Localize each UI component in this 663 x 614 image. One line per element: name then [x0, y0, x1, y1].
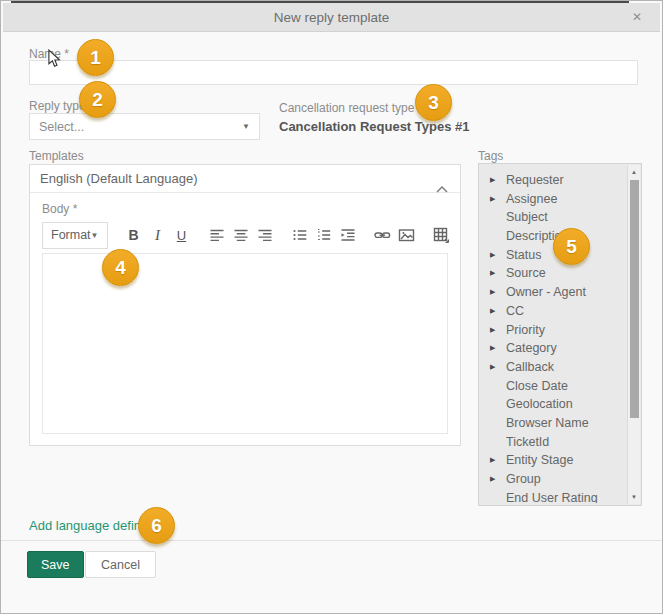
expand-arrow-icon[interactable]: ▶ — [490, 451, 495, 470]
language-section-title: English (Default Language) — [40, 171, 198, 186]
tags-list: ▶ Requester ▶ Assignee ▶ Subject ▶ Descr… — [479, 171, 626, 503]
footer-divider — [1, 540, 662, 541]
tag-list-item[interactable]: ▶ Subject — [479, 208, 626, 227]
expand-arrow-icon[interactable]: ▶ — [490, 190, 495, 209]
expand-arrow-icon[interactable]: ▶ — [490, 302, 495, 321]
mouse-cursor-icon — [47, 49, 62, 72]
tag-label: Priority — [506, 323, 545, 337]
cancellation-request-type-label: Cancellation request type — [279, 101, 414, 115]
scroll-down-icon[interactable]: ▼ — [628, 494, 640, 500]
tag-label: Browser Name — [506, 416, 589, 430]
tag-label: Close Date — [506, 379, 568, 393]
table-group — [430, 223, 454, 247]
language-section-header[interactable]: English (Default Language) — [30, 165, 460, 193]
tag-label: Source — [506, 266, 546, 280]
tag-label: Owner - Agent — [506, 285, 586, 299]
expand-arrow-icon[interactable]: ▶ — [490, 321, 495, 340]
window-top-edge — [11, 1, 629, 3]
tag-label: Status — [506, 248, 541, 262]
save-button[interactable]: Save — [27, 551, 84, 578]
tag-list-item[interactable]: ▶ Group — [479, 470, 626, 489]
tag-label: CC — [506, 304, 524, 318]
tag-label: Geolocation — [506, 397, 573, 411]
tag-list-item[interactable]: ▶ End User Rating — [479, 489, 626, 503]
dialog-titlebar: New reply template ✕ — [3, 3, 660, 32]
tags-scrollbar[interactable]: ▲ ▼ — [627, 165, 640, 504]
expand-arrow-icon[interactable]: ▶ — [490, 470, 495, 489]
reply-type-selected-value: Select... — [39, 120, 84, 134]
callout-badge-2: 2 — [79, 81, 116, 118]
tag-label: Subject — [506, 210, 548, 224]
expand-arrow-icon[interactable]: ▶ — [490, 339, 495, 358]
tag-list-item[interactable]: ▶ Source — [479, 264, 626, 283]
body-editor[interactable] — [42, 253, 448, 434]
tag-list-item[interactable]: ▶ CC — [479, 302, 626, 321]
chevron-down-icon: ▼ — [91, 231, 99, 240]
scrollbar-thumb[interactable] — [630, 180, 639, 418]
cancellation-request-type-value: Cancellation Request Types #1 — [279, 119, 470, 134]
reply-type-select[interactable]: Select... ▼ — [29, 113, 260, 140]
alignment-group — [205, 223, 277, 247]
bullet-list-icon[interactable] — [288, 223, 312, 247]
callout-badge-6: 6 — [138, 507, 175, 544]
text-style-group: B I U — [122, 223, 194, 247]
callout-badge-5: 5 — [553, 228, 590, 265]
expand-arrow-icon[interactable]: ▶ — [490, 283, 495, 302]
editor-toolbar: Format ▼ B I U — [42, 220, 448, 250]
underline-button[interactable]: U — [170, 223, 194, 247]
tag-list-item[interactable]: ▶ Browser Name — [479, 414, 626, 433]
cancel-button[interactable]: Cancel — [85, 551, 156, 578]
tag-list-item[interactable]: ▶ Owner - Agent — [479, 283, 626, 302]
callout-badge-4: 4 — [102, 249, 139, 286]
tag-list-item[interactable]: ▶ Close Date — [479, 377, 626, 396]
tag-label: Assignee — [506, 192, 557, 206]
expand-arrow-icon[interactable]: ▶ — [490, 171, 495, 190]
new-reply-template-dialog: New reply template ✕ Name * Reply type *… — [0, 0, 663, 614]
format-dropdown[interactable]: Format ▼ — [42, 222, 108, 249]
tag-list-item[interactable]: ▶ Category — [479, 339, 626, 358]
tag-label: End User Rating — [506, 491, 598, 503]
dialog-title: New reply template — [274, 10, 390, 25]
tag-label: Requester — [506, 173, 564, 187]
link-icon[interactable] — [371, 223, 395, 247]
templates-accordion: English (Default Language) Body * Format… — [29, 164, 461, 446]
callout-badge-1: 1 — [77, 39, 114, 76]
format-dropdown-value: Format — [51, 228, 91, 242]
align-center-icon[interactable] — [229, 223, 253, 247]
templates-label: Templates — [29, 149, 84, 163]
table-icon[interactable] — [430, 223, 454, 247]
tag-list-item[interactable]: ▶ Entity Stage — [479, 451, 626, 470]
indent-icon[interactable] — [336, 223, 360, 247]
tag-list-item[interactable]: ▶ TicketId — [479, 433, 626, 452]
image-icon[interactable] — [395, 223, 419, 247]
tag-list-item[interactable]: ▶ Requester — [479, 171, 626, 190]
insert-group — [371, 223, 419, 247]
tag-list-item[interactable]: ▶ Geolocation — [479, 395, 626, 414]
align-right-icon[interactable] — [253, 223, 277, 247]
name-input[interactable] — [29, 60, 638, 85]
tag-list-item[interactable]: ▶ Assignee — [479, 190, 626, 209]
close-icon[interactable]: ✕ — [628, 3, 646, 32]
expand-arrow-icon[interactable]: ▶ — [490, 246, 495, 265]
tag-list-item[interactable]: ▶ Priority — [479, 321, 626, 340]
bold-button[interactable]: B — [122, 223, 146, 247]
list-group — [288, 223, 360, 247]
italic-button[interactable]: I — [146, 223, 170, 247]
align-left-icon[interactable] — [205, 223, 229, 247]
expand-arrow-icon[interactable]: ▶ — [490, 358, 495, 377]
callout-badge-3: 3 — [415, 84, 452, 121]
tags-label: Tags — [478, 149, 503, 163]
expand-arrow-icon[interactable]: ▶ — [490, 264, 495, 283]
tag-label: Group — [506, 472, 541, 486]
tag-list-item[interactable]: ▶ Callback — [479, 358, 626, 377]
chevron-up-icon — [436, 175, 448, 202]
numbered-list-icon[interactable] — [312, 223, 336, 247]
tags-panel: ▶ Requester ▶ Assignee ▶ Subject ▶ Descr… — [478, 163, 642, 506]
chevron-down-icon: ▼ — [242, 122, 250, 131]
scroll-up-icon[interactable]: ▲ — [628, 169, 640, 175]
tag-label: Callback — [506, 360, 554, 374]
tag-label: Entity Stage — [506, 453, 573, 467]
tag-label: TicketId — [506, 435, 549, 449]
tag-label: Category — [506, 341, 557, 355]
body-label: Body * — [42, 202, 460, 216]
